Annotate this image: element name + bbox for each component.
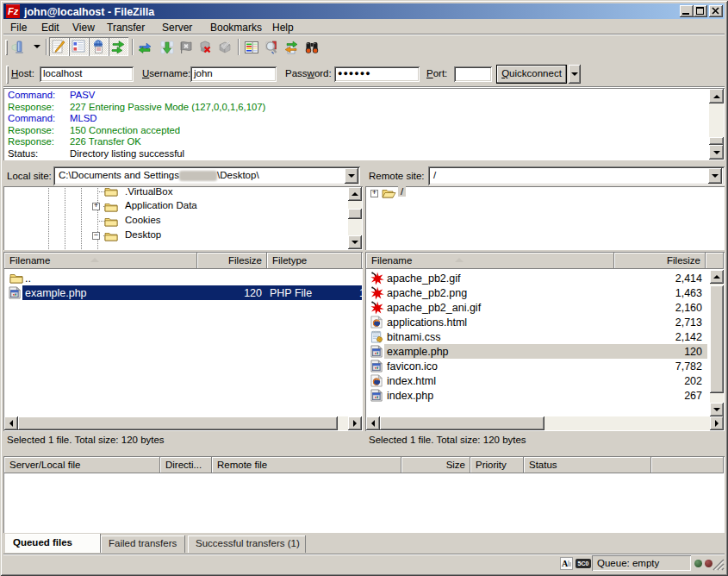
- svg-text:Fz: Fz: [8, 6, 19, 16]
- svg-text:A: A: [562, 559, 569, 568]
